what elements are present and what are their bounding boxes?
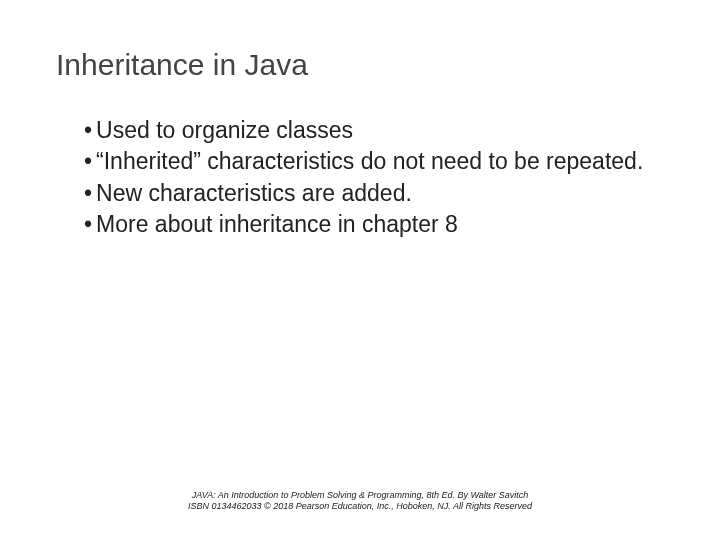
- bullet-text: More about inheritance in chapter 8: [96, 210, 664, 239]
- footer-line-1: JAVA: An Introduction to Problem Solving…: [0, 490, 720, 501]
- bullet-text: “Inherited” characteristics do not need …: [96, 147, 664, 176]
- slide-title: Inheritance in Java: [56, 48, 664, 82]
- slide: Inheritance in Java • Used to organize c…: [0, 0, 720, 540]
- bullet-text: New characteristics are added.: [96, 179, 664, 208]
- footer-line-2: ISBN 0134462033 © 2018 Pearson Education…: [0, 501, 720, 512]
- bullet-icon: •: [84, 210, 92, 239]
- bullet-icon: •: [84, 179, 92, 208]
- bullet-icon: •: [84, 147, 92, 176]
- footer: JAVA: An Introduction to Problem Solving…: [0, 490, 720, 513]
- list-item: • “Inherited” characteristics do not nee…: [84, 147, 664, 176]
- bullet-text: Used to organize classes: [96, 116, 664, 145]
- list-item: • New characteristics are added.: [84, 179, 664, 208]
- bullet-icon: •: [84, 116, 92, 145]
- bullet-list: • Used to organize classes • “Inherited”…: [56, 116, 664, 240]
- list-item: • More about inheritance in chapter 8: [84, 210, 664, 239]
- list-item: • Used to organize classes: [84, 116, 664, 145]
